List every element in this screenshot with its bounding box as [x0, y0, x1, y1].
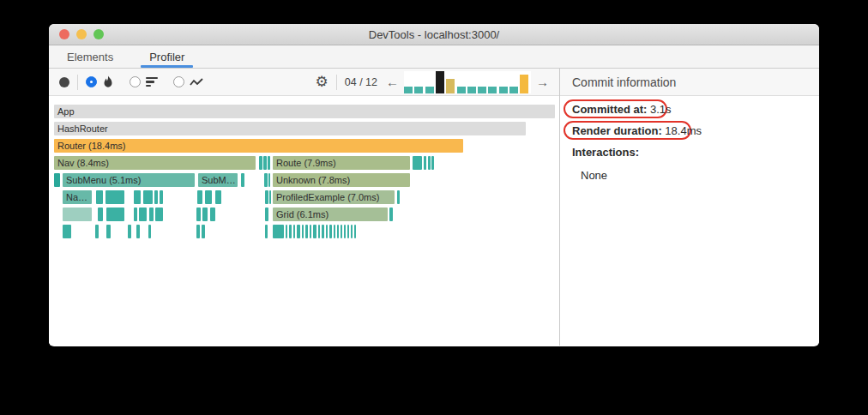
flame-bar[interactable] — [134, 208, 137, 221]
flame-bar[interactable] — [264, 173, 268, 187]
flame-bar[interactable] — [265, 190, 268, 204]
flame-bar[interactable] — [326, 225, 328, 238]
flame-bar[interactable] — [139, 208, 147, 221]
commit-bar[interactable] — [404, 87, 413, 93]
flame-bar[interactable]: SubM… — [198, 173, 238, 187]
flame-bar[interactable] — [289, 225, 292, 238]
flame-bar[interactable] — [241, 173, 244, 187]
flame-bar[interactable] — [431, 156, 434, 170]
flame-chart-radio[interactable] — [86, 75, 114, 88]
flame-bar[interactable] — [329, 225, 332, 238]
flame-bar[interactable] — [259, 156, 262, 170]
flame-bar[interactable] — [322, 225, 324, 238]
flame-bar[interactable] — [196, 208, 201, 221]
flame-bar[interactable] — [389, 208, 393, 221]
flame-bar[interactable] — [136, 225, 140, 238]
flame-bar[interactable] — [106, 225, 111, 238]
commit-bar[interactable] — [488, 87, 497, 93]
flame-bar[interactable] — [210, 208, 215, 221]
flame-bar[interactable] — [268, 173, 270, 187]
previous-commit-button[interactable]: ← — [383, 75, 402, 88]
commit-bar[interactable] — [467, 87, 476, 93]
flame-bar[interactable] — [154, 190, 158, 204]
flame-bar[interactable] — [128, 225, 131, 238]
commit-bar[interactable] — [446, 79, 455, 93]
flame-bar[interactable] — [334, 225, 335, 238]
record-button[interactable] — [59, 77, 69, 87]
flame-bar[interactable] — [149, 208, 154, 221]
zoom-window-button[interactable] — [93, 29, 104, 39]
flame-bar[interactable] — [265, 225, 268, 238]
flame-bar[interactable] — [265, 208, 268, 221]
flame-bar[interactable] — [310, 225, 311, 238]
flame-bar[interactable] — [63, 208, 92, 221]
flame-bar[interactable]: Router (18.4ms) — [54, 139, 463, 153]
next-commit-button[interactable]: → — [533, 75, 552, 88]
flame-bar[interactable]: Unknown (7.8ms) — [273, 173, 410, 187]
flame-bar[interactable] — [155, 208, 163, 221]
flame-bar[interactable] — [160, 190, 163, 204]
flame-bar[interactable] — [263, 156, 267, 170]
flame-bar[interactable] — [98, 208, 103, 221]
ranked-chart-radio[interactable] — [130, 76, 158, 87]
flame-bar[interactable]: App — [54, 105, 555, 118]
interactions-radio[interactable] — [173, 76, 204, 87]
flame-bar[interactable]: Nav (8.4ms) — [54, 156, 256, 170]
flame-bar[interactable] — [286, 225, 287, 238]
flame-bar[interactable]: HashRouter — [54, 122, 526, 135]
flame-bar[interactable] — [202, 225, 205, 238]
flame-bar[interactable] — [105, 190, 124, 204]
flame-bar[interactable] — [143, 190, 153, 204]
tab-elements[interactable]: Elements — [62, 45, 118, 68]
flame-bar[interactable] — [337, 225, 339, 238]
commit-bar[interactable] — [436, 71, 444, 93]
flame-bar[interactable] — [344, 225, 346, 238]
flame-bar[interactable] — [351, 225, 353, 238]
commit-selector-chart[interactable] — [404, 71, 531, 93]
flame-bar[interactable] — [196, 225, 200, 238]
flame-bar[interactable] — [318, 225, 320, 238]
flame-bar[interactable] — [106, 208, 124, 221]
commit-bar[interactable] — [414, 87, 423, 93]
flame-bar[interactable] — [202, 208, 208, 221]
flame-bar[interactable] — [197, 190, 202, 204]
flame-bar[interactable] — [215, 190, 221, 204]
flame-bar[interactable] — [63, 225, 71, 238]
commit-bar[interactable] — [425, 87, 434, 93]
flame-bar[interactable] — [293, 225, 295, 238]
commit-bar[interactable] — [499, 87, 508, 93]
flame-bar[interactable] — [205, 190, 212, 204]
flame-bar[interactable]: Route (7.9ms) — [273, 156, 410, 170]
flame-bar[interactable] — [347, 225, 349, 238]
flame-bar[interactable] — [54, 173, 60, 187]
commit-bar[interactable] — [478, 87, 486, 93]
flame-bar[interactable]: Na… — [63, 190, 92, 204]
flame-bar[interactable]: SubMenu (5.1ms) — [63, 173, 195, 187]
flame-bar[interactable] — [96, 190, 103, 204]
flame-bar[interactable] — [148, 225, 151, 238]
flame-bar[interactable] — [95, 225, 99, 238]
flame-bar[interactable] — [305, 225, 308, 238]
settings-gear-icon[interactable]: ⚙ — [316, 75, 329, 89]
flame-bar[interactable] — [354, 225, 356, 238]
flame-bar[interactable] — [341, 225, 342, 238]
flame-bar[interactable] — [313, 225, 316, 238]
commit-bar[interactable] — [520, 75, 528, 93]
flame-bar[interactable]: ProfiledExample (7.0ms) — [273, 190, 395, 204]
flame-bar[interactable] — [428, 156, 431, 170]
minimize-window-button[interactable] — [76, 29, 87, 39]
flame-bar[interactable] — [269, 190, 271, 204]
tab-profiler[interactable]: Profiler — [144, 45, 190, 68]
commit-bar[interactable] — [509, 87, 518, 93]
flame-bar[interactable] — [413, 156, 422, 170]
flame-bar[interactable] — [273, 225, 284, 238]
flame-bar[interactable] — [302, 225, 304, 238]
flame-bar[interactable] — [134, 190, 141, 204]
flame-bar[interactable]: Grid (6.1ms) — [273, 208, 388, 221]
commit-bar[interactable] — [457, 87, 466, 93]
flame-bar[interactable] — [268, 156, 270, 170]
close-window-button[interactable] — [59, 29, 69, 39]
flame-bar[interactable] — [397, 190, 400, 204]
flame-bar[interactable] — [424, 156, 426, 170]
flame-bar[interactable] — [297, 225, 300, 238]
